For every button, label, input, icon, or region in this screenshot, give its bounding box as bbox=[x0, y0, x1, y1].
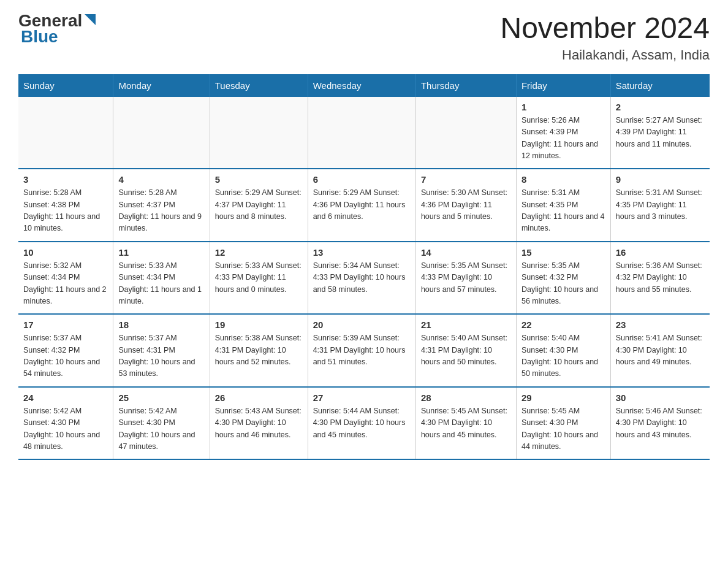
day-info: Sunrise: 5:29 AM Sunset: 4:37 PM Dayligh… bbox=[215, 187, 303, 223]
day-info: Sunrise: 5:34 AM Sunset: 4:33 PM Dayligh… bbox=[313, 260, 411, 296]
calendar-cell: 7Sunrise: 5:30 AM Sunset: 4:36 PM Daylig… bbox=[415, 169, 516, 242]
calendar-cell: 18Sunrise: 5:37 AM Sunset: 4:31 PM Dayli… bbox=[113, 314, 210, 387]
calendar-cell: 2Sunrise: 5:27 AM Sunset: 4:39 PM Daylig… bbox=[610, 97, 710, 169]
page-header: General Blue November 2024 Hailakandi, A… bbox=[18, 12, 710, 63]
day-number: 25 bbox=[118, 393, 204, 403]
calendar-cell: 3Sunrise: 5:28 AM Sunset: 4:38 PM Daylig… bbox=[18, 169, 113, 242]
day-info: Sunrise: 5:45 AM Sunset: 4:30 PM Dayligh… bbox=[421, 405, 511, 441]
calendar-cell bbox=[210, 97, 308, 169]
svg-marker-0 bbox=[85, 14, 96, 25]
calendar-cell: 23Sunrise: 5:41 AM Sunset: 4:30 PM Dayli… bbox=[610, 314, 710, 387]
day-info: Sunrise: 5:36 AM Sunset: 4:32 PM Dayligh… bbox=[616, 260, 705, 296]
calendar-cell bbox=[18, 97, 113, 169]
calendar-cell: 30Sunrise: 5:46 AM Sunset: 4:30 PM Dayli… bbox=[610, 387, 710, 460]
calendar-week-row: 17Sunrise: 5:37 AM Sunset: 4:32 PM Dayli… bbox=[18, 314, 710, 387]
day-info: Sunrise: 5:28 AM Sunset: 4:38 PM Dayligh… bbox=[23, 187, 108, 235]
day-number: 28 bbox=[421, 393, 511, 403]
calendar-cell: 12Sunrise: 5:33 AM Sunset: 4:33 PM Dayli… bbox=[210, 242, 308, 315]
calendar-cell: 15Sunrise: 5:35 AM Sunset: 4:32 PM Dayli… bbox=[516, 242, 610, 315]
day-info: Sunrise: 5:29 AM Sunset: 4:36 PM Dayligh… bbox=[313, 187, 411, 223]
calendar-cell bbox=[415, 97, 516, 169]
day-number: 27 bbox=[313, 393, 411, 403]
day-number: 16 bbox=[616, 247, 705, 258]
day-number: 8 bbox=[521, 174, 605, 185]
header-thursday: Thursday bbox=[415, 74, 516, 97]
calendar-week-row: 10Sunrise: 5:32 AM Sunset: 4:34 PM Dayli… bbox=[18, 242, 710, 315]
day-info: Sunrise: 5:42 AM Sunset: 4:30 PM Dayligh… bbox=[118, 405, 204, 453]
calendar-week-row: 24Sunrise: 5:42 AM Sunset: 4:30 PM Dayli… bbox=[18, 387, 710, 460]
day-info: Sunrise: 5:35 AM Sunset: 4:32 PM Dayligh… bbox=[521, 260, 605, 308]
day-info: Sunrise: 5:26 AM Sunset: 4:39 PM Dayligh… bbox=[521, 115, 605, 163]
day-number: 14 bbox=[421, 247, 511, 258]
subtitle: Hailakandi, Assam, India bbox=[500, 47, 710, 63]
day-number: 20 bbox=[313, 320, 411, 330]
day-info: Sunrise: 5:32 AM Sunset: 4:34 PM Dayligh… bbox=[23, 260, 108, 308]
day-info: Sunrise: 5:31 AM Sunset: 4:35 PM Dayligh… bbox=[521, 187, 605, 235]
logo-triangle-icon bbox=[83, 13, 97, 26]
calendar-header-row: Sunday Monday Tuesday Wednesday Thursday… bbox=[18, 74, 710, 97]
day-number: 15 bbox=[521, 247, 605, 258]
day-info: Sunrise: 5:42 AM Sunset: 4:30 PM Dayligh… bbox=[23, 405, 108, 453]
day-info: Sunrise: 5:38 AM Sunset: 4:31 PM Dayligh… bbox=[215, 332, 303, 368]
day-number: 6 bbox=[313, 174, 411, 185]
day-info: Sunrise: 5:39 AM Sunset: 4:31 PM Dayligh… bbox=[313, 332, 411, 368]
day-info: Sunrise: 5:45 AM Sunset: 4:30 PM Dayligh… bbox=[521, 405, 605, 453]
calendar-cell: 24Sunrise: 5:42 AM Sunset: 4:30 PM Dayli… bbox=[18, 387, 113, 460]
calendar-cell: 10Sunrise: 5:32 AM Sunset: 4:34 PM Dayli… bbox=[18, 242, 113, 315]
day-number: 30 bbox=[616, 393, 705, 403]
day-info: Sunrise: 5:40 AM Sunset: 4:31 PM Dayligh… bbox=[421, 332, 511, 368]
calendar-cell: 8Sunrise: 5:31 AM Sunset: 4:35 PM Daylig… bbox=[516, 169, 610, 242]
logo: General Blue bbox=[18, 12, 97, 47]
day-number: 4 bbox=[118, 174, 204, 185]
header-sunday: Sunday bbox=[18, 74, 113, 97]
calendar-cell: 6Sunrise: 5:29 AM Sunset: 4:36 PM Daylig… bbox=[308, 169, 415, 242]
day-number: 29 bbox=[521, 393, 605, 403]
day-info: Sunrise: 5:41 AM Sunset: 4:30 PM Dayligh… bbox=[616, 332, 705, 368]
day-number: 22 bbox=[521, 320, 605, 330]
day-info: Sunrise: 5:28 AM Sunset: 4:37 PM Dayligh… bbox=[118, 187, 204, 235]
calendar-table: Sunday Monday Tuesday Wednesday Thursday… bbox=[18, 74, 710, 461]
day-number: 23 bbox=[616, 320, 705, 330]
header-friday: Friday bbox=[516, 74, 610, 97]
day-info: Sunrise: 5:30 AM Sunset: 4:36 PM Dayligh… bbox=[421, 187, 511, 223]
day-number: 2 bbox=[616, 102, 705, 112]
day-number: 17 bbox=[23, 320, 108, 330]
calendar-cell: 17Sunrise: 5:37 AM Sunset: 4:32 PM Dayli… bbox=[18, 314, 113, 387]
day-number: 12 bbox=[215, 247, 303, 258]
main-title: November 2024 bbox=[500, 12, 710, 45]
day-number: 18 bbox=[118, 320, 204, 330]
day-info: Sunrise: 5:46 AM Sunset: 4:30 PM Dayligh… bbox=[616, 405, 705, 441]
day-info: Sunrise: 5:33 AM Sunset: 4:34 PM Dayligh… bbox=[118, 260, 204, 308]
calendar-cell bbox=[308, 97, 415, 169]
calendar-cell: 5Sunrise: 5:29 AM Sunset: 4:37 PM Daylig… bbox=[210, 169, 308, 242]
day-info: Sunrise: 5:40 AM Sunset: 4:30 PM Dayligh… bbox=[521, 332, 605, 380]
header-monday: Monday bbox=[113, 74, 210, 97]
day-info: Sunrise: 5:33 AM Sunset: 4:33 PM Dayligh… bbox=[215, 260, 303, 296]
calendar-cell: 26Sunrise: 5:43 AM Sunset: 4:30 PM Dayli… bbox=[210, 387, 308, 460]
day-number: 19 bbox=[215, 320, 303, 330]
day-info: Sunrise: 5:37 AM Sunset: 4:32 PM Dayligh… bbox=[23, 332, 108, 380]
calendar-cell: 4Sunrise: 5:28 AM Sunset: 4:37 PM Daylig… bbox=[113, 169, 210, 242]
day-info: Sunrise: 5:44 AM Sunset: 4:30 PM Dayligh… bbox=[313, 405, 411, 441]
title-section: November 2024 Hailakandi, Assam, India bbox=[500, 12, 710, 63]
calendar-cell: 19Sunrise: 5:38 AM Sunset: 4:31 PM Dayli… bbox=[210, 314, 308, 387]
calendar-cell: 20Sunrise: 5:39 AM Sunset: 4:31 PM Dayli… bbox=[308, 314, 415, 387]
day-number: 13 bbox=[313, 247, 411, 258]
day-info: Sunrise: 5:31 AM Sunset: 4:35 PM Dayligh… bbox=[616, 187, 705, 223]
calendar-cell: 28Sunrise: 5:45 AM Sunset: 4:30 PM Dayli… bbox=[415, 387, 516, 460]
day-number: 3 bbox=[23, 174, 108, 185]
day-info: Sunrise: 5:27 AM Sunset: 4:39 PM Dayligh… bbox=[616, 115, 705, 150]
header-wednesday: Wednesday bbox=[308, 74, 415, 97]
calendar-cell: 1Sunrise: 5:26 AM Sunset: 4:39 PM Daylig… bbox=[516, 97, 610, 169]
calendar-cell: 27Sunrise: 5:44 AM Sunset: 4:30 PM Dayli… bbox=[308, 387, 415, 460]
day-number: 1 bbox=[521, 102, 605, 112]
day-number: 21 bbox=[421, 320, 511, 330]
calendar-cell: 22Sunrise: 5:40 AM Sunset: 4:30 PM Dayli… bbox=[516, 314, 610, 387]
day-number: 24 bbox=[23, 393, 108, 403]
calendar-cell: 25Sunrise: 5:42 AM Sunset: 4:30 PM Dayli… bbox=[113, 387, 210, 460]
day-number: 7 bbox=[421, 174, 511, 185]
calendar-cell: 29Sunrise: 5:45 AM Sunset: 4:30 PM Dayli… bbox=[516, 387, 610, 460]
day-number: 10 bbox=[23, 247, 108, 258]
calendar-cell: 16Sunrise: 5:36 AM Sunset: 4:32 PM Dayli… bbox=[610, 242, 710, 315]
day-info: Sunrise: 5:37 AM Sunset: 4:31 PM Dayligh… bbox=[118, 332, 204, 380]
